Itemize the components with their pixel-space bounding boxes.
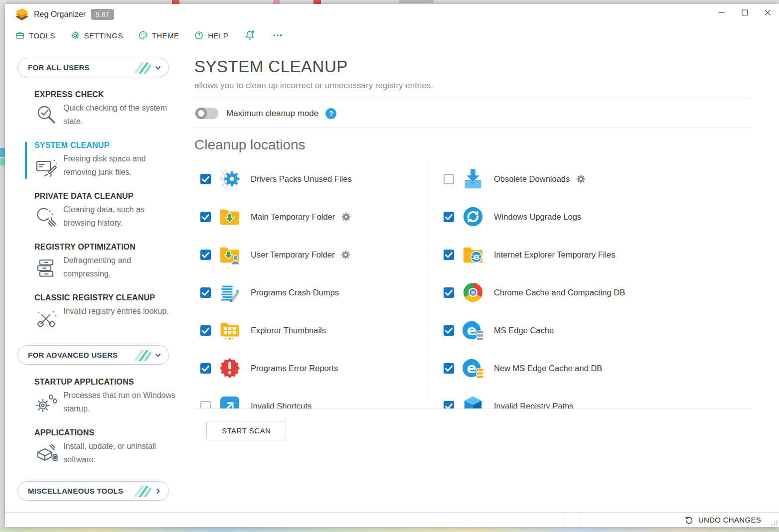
drivers-packs-icon — [217, 167, 243, 191]
cleanup-item-chrome-cache-and-compacting-db: Chrome Cache and Compacting DB — [444, 273, 752, 311]
item-settings-gear-icon[interactable] — [576, 174, 586, 184]
cleanup-item-label: Programs Error Reports — [251, 364, 338, 373]
close-button[interactable] — [756, 4, 779, 21]
cleanup-item-label: Programs Crash Dumps — [251, 288, 339, 297]
classic-cleanup-icon — [34, 306, 58, 330]
help-circle-icon[interactable]: ? — [325, 108, 336, 119]
sidebar-item-title: EXPRESS CHECK — [34, 90, 194, 99]
sidebar-item-description: Freeing disk space and removing junk fil… — [63, 152, 177, 179]
cleanup-column-left: Drivers Packs Unused Files Main Temporar… — [200, 160, 428, 408]
cleanup-item-label: User Temporary Folder — [251, 250, 334, 260]
sidebar-item-classic-registry-cleanup[interactable]: CLASSIC REGISTRY CLEANUP Invalid registr… — [5, 293, 194, 330]
checkbox-checked[interactable] — [200, 287, 211, 298]
checkbox-checked[interactable] — [444, 401, 454, 409]
svg-text:e: e — [467, 322, 476, 339]
cleanup-item-windows-upgrade-logs: Windows Upgrade Logs — [444, 198, 752, 236]
express-check-icon — [34, 103, 58, 127]
menu-item-tools[interactable]: TOOLS — [15, 30, 55, 40]
sidebar-item-title: REGISTRY OPTIMIZATION — [34, 243, 194, 252]
cleanup-item-label: MS Edge Cache — [494, 326, 554, 335]
checkbox-checked[interactable] — [200, 212, 211, 222]
more-menu-button[interactable] — [271, 29, 284, 41]
sidebar-group-for-advanced-users[interactable]: FOR ADVANCED USERS — [17, 345, 169, 365]
cleanup-locations-grid: Drivers Packs Unused Files Main Temporar… — [194, 160, 752, 409]
cleanup-item-main-temporary-folder: Main Temporary Folder — [200, 198, 428, 236]
bell-icon[interactable] — [243, 29, 256, 41]
divider — [194, 128, 752, 128]
sidebar-item-private-data-cleanup[interactable]: PRIVATE DATA CLEANUP Cleaning data, such… — [5, 192, 194, 230]
chevron-right-icon — [154, 487, 162, 495]
item-settings-gear-icon[interactable] — [341, 212, 351, 222]
cleanup-item-programs-crash-dumps: Programs Crash Dumps — [200, 273, 428, 311]
cleanup-item-label: Windows Upgrade Logs — [494, 212, 581, 222]
sidebar-item-applications[interactable]: APPLICATIONS Install, update, or uninsta… — [5, 428, 194, 466]
checkbox-unchecked[interactable] — [444, 174, 454, 184]
background-fragment — [399, 0, 434, 3]
palette-icon — [138, 30, 148, 40]
sidebar-item-startup-applications[interactable]: STARTUP APPLICATIONS Processes that run … — [5, 378, 194, 415]
resize-grip[interactable] — [771, 519, 778, 526]
cleanup-item-invalid-shortcuts: Invalid Shortcuts — [200, 387, 428, 409]
group-label: FOR ALL USERS — [28, 63, 134, 72]
maximum-cleanup-toggle[interactable] — [195, 108, 218, 119]
sidebar-group-miscellaneous-tools[interactable]: MISCELLANEOUS TOOLS — [17, 481, 169, 501]
user-temp-folder-icon — [217, 243, 243, 266]
sidebar-item-express-check[interactable]: EXPRESS CHECK Quick checking of the syst… — [5, 90, 194, 128]
window-controls — [710, 4, 779, 21]
cleanup-item-label: Invalid Registry Paths — [494, 401, 574, 409]
error-reports-icon — [217, 356, 243, 380]
checkbox-checked[interactable] — [444, 212, 454, 222]
background-fragment — [273, 0, 280, 4]
sidebar-group-for-all-users[interactable]: FOR ALL USERS — [17, 58, 169, 77]
statusbar-separator — [563, 513, 563, 527]
minimize-icon — [716, 6, 728, 18]
menu-item-label: SETTINGS — [84, 31, 123, 40]
cleanup-item-label: Drivers Packs Unused Files — [251, 174, 352, 184]
sidebar-item-description: Cleaning data, such as browsing history. — [63, 203, 177, 230]
item-settings-gear-icon[interactable] — [341, 250, 350, 260]
sidebar-item-registry-optimization[interactable]: REGISTRY OPTIMIZATION Defragmenting and … — [5, 243, 194, 280]
menu-item-theme[interactable]: THEME — [138, 30, 179, 40]
maximum-cleanup-row: Maximum cleanup mode ? — [194, 99, 752, 128]
stripes-icon — [134, 349, 151, 361]
help-icon — [194, 30, 204, 40]
checkbox-checked[interactable] — [200, 325, 211, 336]
svg-text:e: e — [467, 360, 476, 377]
sidebar-item-system-cleanup[interactable]: SYSTEM CLEANUP Freeing disk space and re… — [5, 141, 194, 179]
cleanup-item-user-temporary-folder: User Temporary Folder — [200, 236, 428, 273]
stripes-icon — [134, 62, 151, 74]
cleanup-item-invalid-registry-paths: Invalid Registry Paths — [444, 387, 752, 409]
undo-changes-button[interactable]: UNDO CHANGES — [684, 515, 761, 525]
minimize-button[interactable] — [710, 4, 733, 21]
group-label: FOR ADVANCED USERS — [28, 351, 134, 359]
checkbox-checked[interactable] — [200, 174, 211, 184]
checkbox-checked[interactable] — [200, 363, 211, 374]
menu-item-settings[interactable]: SETTINGS — [70, 30, 123, 40]
checkbox-checked[interactable] — [200, 250, 211, 260]
titlebar: Reg Organizer 9.87 — [5, 4, 779, 25]
cleanup-item-label: Chrome Cache and Compacting DB — [494, 288, 625, 297]
checkbox-checked[interactable] — [444, 250, 454, 260]
checkbox-checked[interactable] — [444, 325, 454, 336]
page-title: SYSTEM CLEANUP — [194, 57, 752, 77]
cleanup-item-ms-edge-cache: e MS Edge Cache — [444, 311, 752, 349]
obsolete-downloads-icon — [460, 167, 486, 191]
cleanup-item-label: Explorer Thumbnails — [251, 326, 326, 335]
cleanup-item-internet-explorer-temporary-files: e Internet Explorer Temporary Files — [444, 236, 752, 273]
app-logo-icon — [15, 8, 29, 21]
stripes-icon — [134, 485, 151, 497]
ie-temp-icon: e — [460, 243, 486, 266]
crash-dumps-icon — [217, 280, 243, 304]
page-subtitle: allows you to clean up incorrect or unne… — [194, 81, 752, 91]
sidebar-item-description: Install, update, or uninstall software. — [63, 439, 177, 466]
sidebar-item-title: PRIVATE DATA CLEANUP — [34, 192, 194, 201]
maximize-button[interactable] — [733, 4, 756, 21]
toggle-knob — [195, 108, 207, 119]
start-scan-button[interactable]: START SCAN — [206, 421, 286, 440]
applications-icon — [34, 441, 58, 465]
checkbox-checked[interactable] — [444, 287, 454, 298]
checkbox-checked[interactable] — [444, 363, 454, 374]
checkbox-unchecked[interactable] — [200, 401, 211, 409]
menu-item-help[interactable]: HELP — [194, 30, 228, 40]
sidebar-item-title: STARTUP APPLICATIONS — [34, 378, 194, 387]
